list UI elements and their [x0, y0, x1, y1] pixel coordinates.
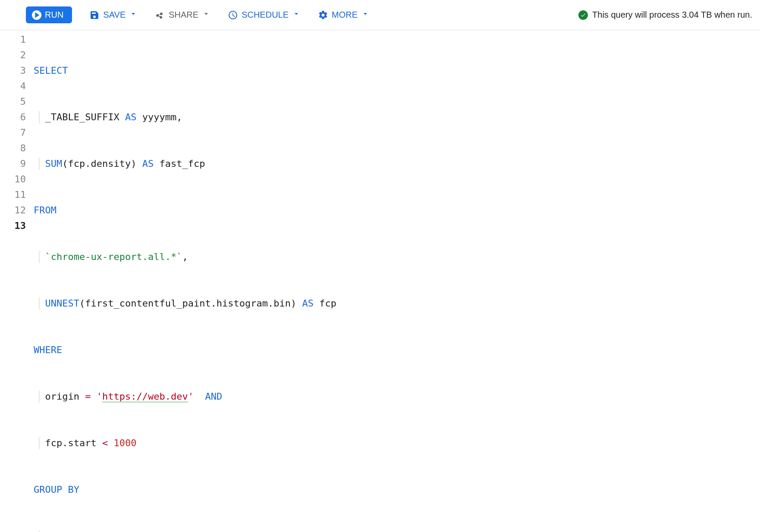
code-token: , — [182, 251, 188, 262]
query-cost-status: This query will process 3.04 TB when run… — [578, 10, 752, 20]
code-token: (first_contentful_paint.histogram.bin) — [79, 298, 302, 309]
line-number-gutter: 12345678910111213 — [0, 32, 34, 532]
code-token: UNNEST — [45, 298, 79, 309]
code-string-url: https://web.dev — [102, 391, 188, 402]
code-token: AS — [302, 298, 314, 309]
code-token: AS — [125, 112, 137, 122]
code-token: yyyymm, — [136, 112, 182, 122]
schedule-button-label: SCHEDULE — [242, 10, 289, 20]
line-number: 4 — [0, 78, 26, 94]
code-token: origin — [45, 391, 85, 402]
line-number: 2 — [0, 47, 26, 63]
save-button[interactable]: SAVE — [89, 9, 138, 20]
chevron-down-icon — [292, 9, 301, 20]
code-token: SUM — [45, 158, 63, 169]
play-icon — [32, 10, 41, 20]
run-button[interactable]: RUN — [26, 6, 72, 23]
code-token: WHERE — [34, 344, 62, 355]
code-token: ' — [97, 391, 102, 402]
line-number: 5 — [0, 94, 26, 110]
save-button-label: SAVE — [103, 10, 126, 20]
line-number: 1 — [0, 32, 26, 47]
line-number: 7 — [0, 125, 26, 141]
query-cost-text: This query will process 3.04 TB when run… — [592, 10, 752, 20]
code-token: AND — [205, 391, 222, 402]
line-number: 9 — [0, 156, 26, 172]
chevron-down-icon — [129, 9, 138, 20]
code-token: GROUP BY — [34, 484, 79, 495]
check-icon — [578, 10, 588, 20]
line-number: 3 — [0, 63, 26, 78]
code-token: (fcp.density) — [62, 158, 142, 169]
code-token — [194, 391, 205, 402]
line-number: 10 — [0, 172, 26, 187]
share-button[interactable]: SHARE — [155, 9, 210, 20]
code-token: < — [102, 438, 114, 448]
save-icon — [89, 10, 100, 20]
more-button-label: MORE — [332, 10, 358, 20]
code-token: FROM — [34, 205, 57, 216]
query-toolbar: RUN SAVE SHARE SCHEDULE MORE This query … — [0, 0, 760, 30]
code-token: = — [85, 391, 97, 402]
line-number: 12 — [0, 203, 26, 218]
code-token: fcp.start — [45, 438, 102, 448]
line-number: 13 — [0, 218, 26, 234]
sql-code[interactable]: SELECT _TABLE_SUFFIX AS yyyymm, SUM(fcp.… — [34, 32, 760, 532]
code-token: fast_fcp — [154, 158, 205, 169]
gear-icon — [318, 10, 328, 20]
run-button-label: RUN — [45, 10, 63, 20]
code-token: ' — [188, 391, 194, 402]
chevron-down-icon — [202, 9, 210, 20]
code-token: fcp — [314, 298, 336, 309]
code-token: 1000 — [113, 438, 136, 448]
line-number: 8 — [0, 141, 26, 156]
code-token: SELECT — [34, 65, 68, 76]
chevron-down-icon — [361, 9, 370, 20]
sql-editor[interactable]: 12345678910111213 SELECT _TABLE_SUFFIX A… — [0, 30, 760, 532]
code-token: `chrome-ux-report.all.*` — [45, 251, 182, 262]
line-number: 6 — [0, 110, 26, 125]
share-icon — [155, 10, 165, 20]
share-button-label: SHARE — [169, 10, 198, 20]
code-token: AS — [142, 158, 154, 169]
clock-icon — [228, 10, 238, 20]
code-token: _TABLE_SUFFIX — [45, 112, 125, 122]
line-number: 11 — [0, 187, 26, 203]
more-button[interactable]: MORE — [318, 9, 370, 20]
schedule-button[interactable]: SCHEDULE — [228, 9, 301, 20]
